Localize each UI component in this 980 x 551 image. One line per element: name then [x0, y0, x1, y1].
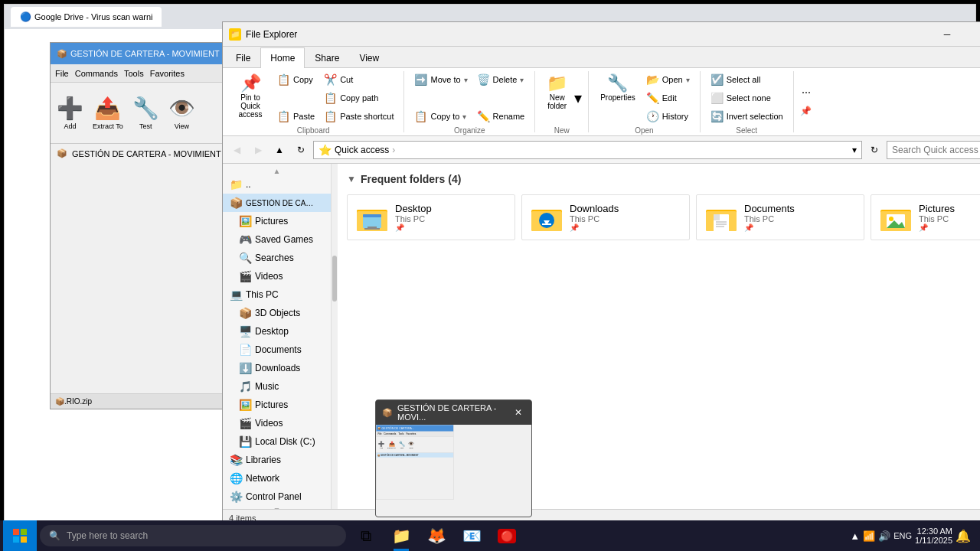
- ribbon-more-button[interactable]: ⋯: [797, 83, 815, 102]
- copy-path-button[interactable]: 📋 Copy path: [320, 90, 397, 106]
- ribbon-pin-button[interactable]: 📌: [797, 102, 815, 120]
- copy-to-button[interactable]: 📋 Copy to ▾: [410, 108, 471, 125]
- folder-tile-pictures[interactable]: Pictures This PC 📌: [871, 194, 980, 240]
- notification-icon[interactable]: 🔔: [956, 529, 971, 543]
- taskbar-firefox[interactable]: 🦊: [420, 520, 453, 551]
- paste-shortcut-button[interactable]: 📋 Paste shortcut: [320, 108, 397, 125]
- sidebar-item-libraries[interactable]: 📚 Libraries: [223, 451, 331, 469]
- folder-tile-documents[interactable]: Documents This PC 📌: [696, 194, 864, 240]
- sidebar-item-network[interactable]: 🌐 Network: [223, 469, 331, 487]
- sidebar-item-documents[interactable]: 📄 Documents: [223, 341, 331, 359]
- winzip-menu-commands[interactable]: Commands: [75, 69, 118, 78]
- search-bar[interactable]: 🔍: [887, 141, 980, 159]
- forward-button[interactable]: ▶: [249, 141, 267, 159]
- copy-to-chevron: ▾: [462, 112, 466, 121]
- winzip-menu-file[interactable]: File: [55, 69, 69, 78]
- address-bar-refresh[interactable]: ↻: [865, 141, 884, 159]
- section-collapse-arrow[interactable]: ▼: [347, 174, 356, 184]
- sidebar-item-gestion[interactable]: 📦 GESTIÓN DE CARTERA - MOVIMIENT: [223, 194, 331, 212]
- clock-time: 12:30 AM: [915, 527, 952, 536]
- sidebar-item-downloads[interactable]: ⬇️ Downloads: [223, 359, 331, 377]
- move-to-button[interactable]: ➡️ Move to ▾: [410, 71, 471, 88]
- sidebar-item-local-disk[interactable]: 💾 Local Disk (C:): [223, 432, 331, 451]
- tab-view[interactable]: View: [349, 47, 389, 68]
- taskbar-file-explorer[interactable]: 📁: [384, 520, 418, 551]
- pictures-folder-icon: [880, 202, 911, 233]
- refresh-button[interactable]: ↻: [292, 141, 310, 159]
- address-bar[interactable]: ⭐ Quick access › ▾: [313, 141, 862, 159]
- winzip-view-button[interactable]: 👁️ View: [165, 93, 198, 133]
- properties-button[interactable]: 🔧 Properties: [595, 71, 641, 106]
- tab-home[interactable]: Home: [260, 47, 305, 68]
- sidebar-item-this-pc[interactable]: 💻 This PC: [223, 285, 331, 304]
- search-input[interactable]: [892, 145, 980, 155]
- paste-label: Paste: [293, 112, 315, 121]
- edit-button[interactable]: ✏️ Edit: [642, 90, 694, 106]
- sidebar-item-pictures-qa[interactable]: 🖼️ Pictures: [223, 212, 331, 230]
- history-button[interactable]: 🕐 History: [642, 108, 694, 125]
- address-bar-dropdown[interactable]: ▾: [852, 145, 857, 155]
- winzip-menu-favorites[interactable]: Favorites: [150, 69, 185, 78]
- sidebar-scrollbar[interactable]: [332, 164, 338, 509]
- invert-selection-button[interactable]: 🔄 Invert selection: [707, 108, 787, 125]
- folder-tile-downloads[interactable]: Downloads This PC 📌: [521, 194, 690, 240]
- folder-tile-desktop[interactable]: Desktop This PC 📌: [347, 194, 515, 240]
- minimize-button[interactable]: ─: [929, 22, 965, 47]
- task-view-icon: ⧉: [361, 527, 371, 545]
- sidebar-item-dotdot[interactable]: 📁 ..: [223, 175, 331, 194]
- paste-button[interactable]: 📋 Paste: [273, 108, 318, 125]
- new-item-chevron[interactable]: ▾: [574, 89, 582, 107]
- winzip-extract-button[interactable]: 📤 Extract To: [90, 93, 126, 133]
- sidebar-item-videos[interactable]: 🎬 Videos: [223, 414, 331, 432]
- copy-to-icon: 📋: [414, 110, 427, 122]
- taskbar-search[interactable]: 🔍 Type here to search: [40, 525, 346, 546]
- pin-to-quick-access-button[interactable]: 📌 Pin to Quickaccess: [229, 71, 272, 122]
- cut-button[interactable]: ✂️ Cut: [320, 71, 397, 88]
- winzip-add-button[interactable]: ➕ Add: [54, 93, 87, 133]
- winzip-menu-tools[interactable]: Tools: [124, 69, 144, 78]
- taskbar-task-view[interactable]: ⧉: [349, 520, 383, 551]
- back-button[interactable]: ◀: [227, 141, 246, 159]
- up-button[interactable]: ▲: [270, 141, 289, 159]
- winzip-test-button[interactable]: 🔧 Test: [129, 93, 162, 133]
- sidebar-item-searches[interactable]: 🔍 Searches: [223, 249, 331, 267]
- taskbar-clock[interactable]: 12:30 AM 1/11/2025: [915, 527, 952, 545]
- thumbnail-close-button[interactable]: ✕: [511, 407, 525, 418]
- sidebar-item-pictures[interactable]: 🖼️ Pictures: [223, 396, 331, 414]
- sidebar-item-saved-games[interactable]: 🎮 Saved Games: [223, 230, 331, 249]
- sidebar-item-3d-objects[interactable]: 📦 3D Objects: [223, 304, 331, 322]
- edit-icon: ✏️: [646, 92, 659, 104]
- sidebar-scroll-up[interactable]: ▲: [223, 167, 331, 175]
- desktop-label: Desktop: [255, 326, 289, 337]
- copy-button[interactable]: 📋 Copy: [273, 71, 318, 88]
- new-folder-button[interactable]: 📁 Newfolder: [541, 71, 573, 114]
- sidebar-item-videos-qa[interactable]: 🎬 Videos: [223, 267, 331, 285]
- browser-tab[interactable]: 🔵 Google Drive - Virus scan warni: [11, 7, 162, 27]
- maximize-button[interactable]: □: [966, 22, 980, 47]
- rename-button[interactable]: ✏️ Rename: [473, 108, 529, 125]
- history-label: History: [662, 112, 688, 121]
- network-tray-icon[interactable]: 📶: [863, 530, 875, 542]
- open-button[interactable]: 📂 Open ▾: [642, 71, 694, 88]
- battery-icon[interactable]: ▲: [850, 530, 860, 542]
- this-pc-label: This PC: [246, 289, 279, 300]
- taskbar-outlook[interactable]: 📧: [455, 520, 488, 551]
- sidebar-scrollbar-thumb[interactable]: [332, 256, 337, 302]
- start-button[interactable]: [3, 520, 37, 551]
- pictures-qa-label: Pictures: [255, 216, 288, 227]
- tab-file[interactable]: File: [226, 47, 260, 68]
- thumbnail-preview[interactable]: 📦 GESTIÓN DE CARTERA... FileCommandsTool…: [376, 425, 531, 517]
- sidebar-item-music[interactable]: 🎵 Music: [223, 377, 331, 396]
- taskbar-app[interactable]: 🔴: [490, 520, 524, 551]
- sidebar-item-control-panel[interactable]: ⚙️ Control Panel: [223, 487, 331, 506]
- select-none-button[interactable]: ⬜ Select none: [707, 90, 787, 106]
- ime-icon[interactable]: ENG: [893, 531, 912, 540]
- tab-share[interactable]: Share: [305, 47, 349, 68]
- delete-button[interactable]: 🗑️ Delete ▾: [473, 71, 529, 88]
- sidebar-item-desktop[interactable]: 🖥️ Desktop: [223, 322, 331, 341]
- winzip-add-icon: ➕: [57, 96, 83, 121]
- speaker-icon[interactable]: 🔊: [878, 530, 890, 542]
- title-bar-icon: 📁: [229, 28, 241, 41]
- desktop-pin-icon: 📌: [395, 223, 432, 232]
- select-all-button[interactable]: ☑️ Select all: [707, 71, 787, 88]
